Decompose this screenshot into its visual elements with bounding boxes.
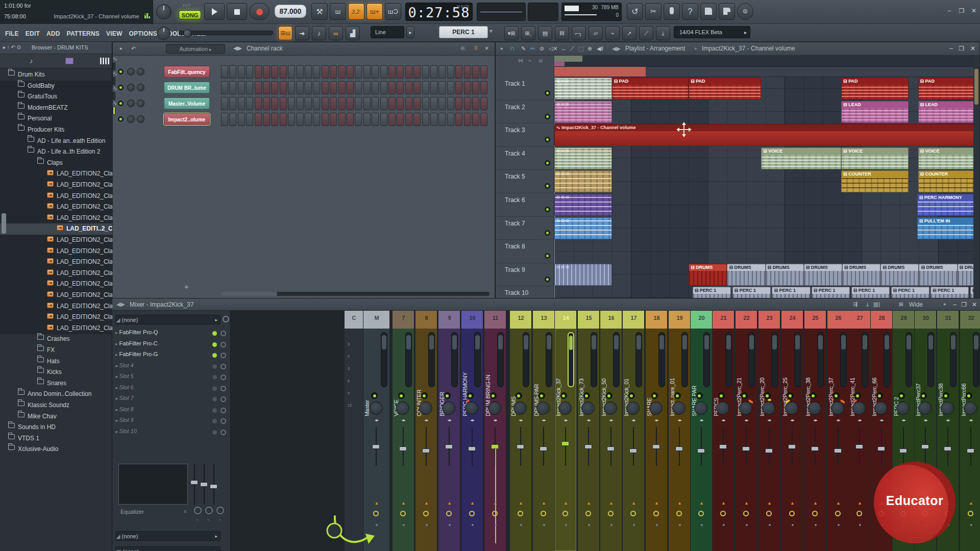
fader-handle[interactable]: [928, 335, 933, 349]
strip-enable-led[interactable]: [421, 392, 428, 399]
strip-pan-knob[interactable]: [694, 402, 707, 415]
fader-handle[interactable]: [569, 336, 573, 350]
strip-send-icon[interactable]: ▲: [393, 500, 414, 506]
playlist-clip[interactable]: ⊟ ⊟ ⊟: [554, 170, 612, 192]
mixer-strip[interactable]: 8COUNTER◂▸▲: [415, 311, 437, 551]
strip-stereo-sep-icon[interactable]: ◂▸: [937, 418, 959, 422]
rack-close-icon[interactable]: ×: [485, 45, 488, 52]
playlist-clip[interactable]: ⊟ COUNTER: [918, 170, 973, 192]
browser-window-icon[interactable]: ⌐┐: [572, 26, 586, 40]
step-button[interactable]: [355, 65, 362, 79]
browser-item[interactable]: FX: [0, 345, 112, 356]
tab-samples-icon[interactable]: ♪: [30, 57, 33, 65]
touch-controller-icon[interactable]: ➚: [622, 26, 636, 40]
strip-send-knob[interactable]: [653, 511, 659, 516]
strip-stereo-sep-icon[interactable]: ◂▸: [484, 418, 506, 422]
step-button[interactable]: [380, 97, 387, 110]
strip-stereo-sep-icon[interactable]: ◂▸: [623, 418, 645, 422]
strip-enable-led[interactable]: [398, 392, 405, 399]
strip-stereo-sep-icon[interactable]: ◂▸: [578, 418, 600, 422]
strip-send-knob[interactable]: [541, 511, 546, 516]
strip-pan-knob[interactable]: [739, 402, 752, 415]
step-button[interactable]: [288, 65, 295, 79]
strip-fader[interactable]: [546, 332, 552, 387]
playlist-track-header[interactable]: Track 4: [496, 147, 554, 170]
step-button[interactable]: [438, 113, 446, 126]
strip-pan-knob[interactable]: [396, 402, 409, 415]
tempo-display[interactable]: 87.000: [275, 5, 306, 18]
step-button[interactable]: [413, 65, 421, 79]
strip-stereo-sep-icon[interactable]: ◂▸: [438, 418, 460, 422]
channel-select-led[interactable]: [113, 107, 115, 115]
step-button[interactable]: [464, 81, 471, 94]
strip-mini-slider[interactable]: [633, 427, 634, 466]
strip-send-icon[interactable]: ▲: [849, 500, 871, 506]
metronome-icon[interactable]: ⚒: [311, 3, 328, 20]
step-button[interactable]: [422, 97, 429, 110]
browser-item[interactable]: Snares: [0, 378, 112, 389]
strip-mini-slider[interactable]: [701, 427, 702, 466]
browser-item[interactable]: ⇥LAD_EDITION2_Clap001: [0, 168, 112, 180]
channel-led[interactable]: [118, 85, 124, 90]
strip-fader[interactable]: [523, 332, 529, 387]
strip-stereo-sep-icon[interactable]: ◂▸: [713, 418, 734, 422]
playlist-clip[interactable]: ∿ Impact2Kick_37 - Channel volume: [554, 124, 973, 146]
channel-led[interactable]: [118, 101, 124, 106]
fader-handle[interactable]: [682, 335, 687, 349]
strip-mini-slider-handle[interactable]: [399, 446, 407, 451]
strip-pan-knob[interactable]: [874, 402, 888, 415]
mixer-out-selector-2[interactable]: ▣ (none) ▸: [115, 546, 220, 551]
menu-item-options[interactable]: OPTIONS: [129, 30, 157, 37]
step-button[interactable]: [430, 113, 437, 126]
slot-led[interactable]: [212, 430, 217, 435]
step-button[interactable]: [472, 97, 479, 110]
playlist-clip[interactable]: ⊟ PERC 1: [732, 287, 771, 298]
browser-item[interactable]: ⇥LAD_EDITION2_Clap005: [0, 213, 112, 224]
main-volume-knob[interactable]: [156, 4, 172, 19]
strip-send-icon[interactable]: ▲: [484, 500, 506, 506]
cut-icon[interactable]: ✂: [645, 3, 662, 20]
channel-name-button[interactable]: Impact2..olume: [164, 113, 210, 125]
mute-tool-icon[interactable]: ◁✕: [549, 45, 558, 52]
browser-item[interactable]: Anno Domin..Collection: [0, 389, 112, 400]
channel-volume-knob[interactable]: [137, 84, 144, 91]
mixer-mini-slider-handle[interactable]: [190, 480, 198, 485]
step-button[interactable]: [480, 65, 487, 79]
mixer-slot[interactable]: ▸ FabFilter Pro-G: [115, 351, 217, 361]
step-button[interactable]: [297, 113, 304, 126]
mixer-strip[interactable]: 14Impact2Kick_37◂▸▲: [555, 311, 577, 551]
step-button[interactable]: [480, 97, 487, 110]
step-button[interactable]: [363, 81, 371, 94]
track-enable-led[interactable]: [545, 114, 550, 119]
step-button[interactable]: [271, 113, 278, 126]
step-button[interactable]: [255, 81, 262, 94]
strip-send-icon[interactable]: ▲: [758, 500, 780, 506]
mixer-slot[interactable]: ▸ Slot 10: [115, 428, 217, 438]
strip-pan-knob[interactable]: [785, 402, 798, 415]
step-button[interactable]: [288, 97, 295, 110]
step-button[interactable]: [322, 81, 329, 94]
link-icon[interactable]: ∞: [329, 26, 343, 40]
mixer-strip[interactable]: 25Impact2Perc_38◂▸▲: [804, 311, 826, 551]
browser-item[interactable]: Sounds in HD: [0, 422, 112, 433]
step-button[interactable]: [280, 65, 287, 79]
strip-send-icon[interactable]: ▲: [461, 500, 483, 506]
strip-stereo-sep-icon[interactable]: ◂▸: [758, 418, 780, 422]
strip-send-icon[interactable]: ▲: [781, 500, 803, 506]
step-button[interactable]: [221, 81, 228, 94]
step-button[interactable]: [363, 113, 371, 126]
step-button[interactable]: [405, 113, 412, 126]
slot-led[interactable]: [212, 342, 217, 347]
rack-dots-icon[interactable]: ⠿: [474, 45, 478, 51]
step-button[interactable]: [347, 113, 354, 126]
strip-pan-knob[interactable]: [896, 402, 910, 415]
playlist-clip[interactable]: ⊟ VOICE: [761, 147, 841, 169]
fader-handle[interactable]: [726, 335, 731, 349]
strip-send-icon[interactable]: ▲: [533, 500, 555, 506]
step-button[interactable]: [455, 97, 462, 110]
browser-header[interactable]: ▸ ↑ ↶ ⊙ Browser - DRUM KITS: [0, 42, 112, 54]
fader-handle[interactable]: [524, 335, 528, 349]
step-button[interactable]: [246, 65, 253, 79]
record-button[interactable]: [249, 3, 270, 20]
playlist-track-header[interactable]: Track 3: [496, 123, 554, 147]
